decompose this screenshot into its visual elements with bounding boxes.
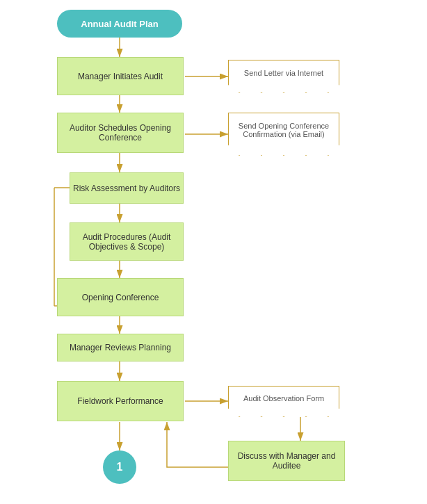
annual-audit-plan-label: Annual Audit Plan [81,19,158,29]
circle-1-label: 1 [117,461,123,473]
risk-assessment-node: Risk Assessment by Auditors [70,172,184,204]
fieldwork-performance-label: Fieldwork Performance [77,396,163,406]
send-opening-conf-node: Send Opening Conference Confirmation (vi… [228,113,339,156]
auditor-schedules-node: Auditor Schedules Opening Conference [57,113,184,153]
audit-procedures-label: Audit Procedures (Audit Objectives & Sco… [70,232,183,252]
audit-observation-form-label: Audit Observation Form [243,394,324,409]
manager-reviews-label: Manager Reviews Planning [70,343,171,352]
auditor-schedules-label: Auditor Schedules Opening Conference [58,123,183,143]
send-opening-conf-label: Send Opening Conference Confirmation (vi… [229,122,339,147]
opening-conference-label: Opening Conference [82,293,159,302]
send-letter-node: Send Letter via Internet [228,60,339,93]
discuss-manager-label: Discuss with Manager and Auditee [229,451,344,471]
opening-conference-node: Opening Conference [57,278,184,316]
audit-procedures-node: Audit Procedures (Audit Objectives & Sco… [70,222,184,261]
discuss-manager-node: Discuss with Manager and Auditee [228,441,345,481]
audit-observation-form-node: Audit Observation Form [228,386,339,417]
circle-1-node: 1 [103,450,136,484]
annual-audit-plan-node: Annual Audit Plan [57,10,182,38]
send-letter-label: Send Letter via Internet [244,69,323,84]
flowchart: Annual Audit Plan Manager Initiates Audi… [0,0,427,504]
manager-initiates-node: Manager Initiates Audit [57,57,184,95]
manager-initiates-label: Manager Initiates Audit [78,72,163,81]
manager-reviews-node: Manager Reviews Planning [57,334,184,361]
fieldwork-performance-node: Fieldwork Performance [57,381,184,421]
risk-assessment-label: Risk Assessment by Auditors [73,184,180,193]
